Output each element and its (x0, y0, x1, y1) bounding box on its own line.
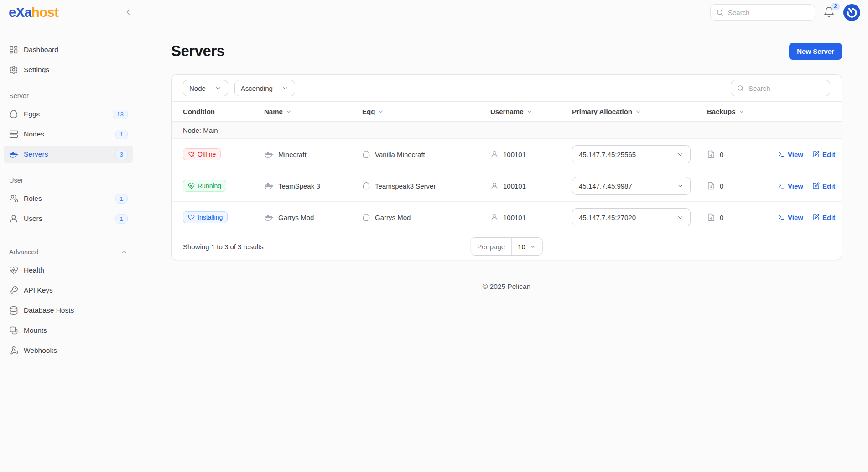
top-bar-right: 2 (710, 4, 860, 21)
egg-icon (9, 110, 18, 119)
docker-whale-icon (264, 150, 274, 159)
table-row: Running TeamSpeak 3 Teamspeak3 Server 10… (172, 170, 842, 202)
sidebar-item-webhooks[interactable]: Webhooks (4, 342, 133, 359)
column-header-backups[interactable]: Backups (707, 108, 778, 115)
main-content: Servers New Server Node Ascending (137, 25, 868, 472)
sidebar-item-health[interactable]: Health (4, 262, 133, 279)
sidebar-item-api-keys[interactable]: API Keys (4, 282, 133, 299)
sidebar-item-nodes[interactable]: Nodes 1 (4, 126, 133, 143)
sidebar-item-servers[interactable]: Servers 3 (4, 146, 133, 163)
sidebar-item-database-hosts[interactable]: Database Hosts (4, 302, 133, 319)
allocation-select[interactable]: 45.147.7.45:25565 (572, 145, 691, 163)
sidebar-item-mounts[interactable]: Mounts (4, 322, 133, 339)
key-icon (9, 286, 18, 295)
database-icon (9, 306, 18, 315)
sidebar-section-advanced[interactable]: Advanced (4, 237, 133, 262)
egg-cell: Teamspeak3 Server (362, 182, 490, 190)
allocation-select[interactable]: 45.147.7.45:27020 (572, 208, 691, 226)
user-icon (490, 182, 499, 190)
chevron-down-icon (677, 151, 684, 158)
column-header-name[interactable]: Name (264, 108, 362, 115)
per-page-label: Per page (471, 238, 512, 255)
new-server-button[interactable]: New Server (789, 43, 842, 60)
table-header-row: Condition Name Egg Username Primary Allo… (172, 101, 842, 122)
edit-button[interactable]: Edit (812, 182, 835, 190)
condition-badge-installing: Installing (183, 211, 228, 223)
sort-chevron-icon (738, 109, 745, 115)
chevron-up-icon[interactable] (120, 248, 128, 256)
chevron-left-icon (124, 8, 133, 17)
backups-cell: 0 (707, 182, 778, 190)
edit-button[interactable]: Edit (812, 214, 835, 221)
global-search-input[interactable] (728, 9, 809, 16)
per-page-select[interactable]: 10 (512, 238, 542, 255)
brand-logo[interactable]: eXahost (9, 5, 58, 20)
sidebar-item-dashboard[interactable]: Dashboard (4, 41, 133, 58)
heart-icon (188, 214, 195, 221)
egg-icon (362, 150, 370, 158)
server-name-cell: TeamSpeak 3 (264, 181, 362, 191)
top-bar: eXahost 2 (0, 0, 868, 25)
sidebar-item-label: Mounts (24, 326, 47, 335)
app-root: eXahost 2 Dashboard (0, 0, 868, 472)
filter-bar: Node Ascending (172, 75, 842, 101)
terminal-icon (778, 151, 785, 158)
user-avatar[interactable] (843, 4, 860, 21)
view-button[interactable]: View (778, 182, 803, 190)
column-header-condition: Condition (183, 108, 264, 115)
backups-cell: 0 (707, 150, 778, 158)
chevron-down-icon (677, 183, 684, 189)
per-page-control: Per page 10 (470, 237, 543, 256)
sort-chevron-icon (526, 109, 533, 115)
egg-cell: Vanilla Minecraft (362, 150, 490, 158)
sort-chevron-icon (635, 109, 641, 115)
egg-cell: Garrys Mod (362, 213, 490, 221)
sidebar-item-label: Roles (24, 194, 42, 203)
notifications-button[interactable]: 2 (823, 6, 835, 18)
sidebar-item-users[interactable]: Users 1 (4, 210, 133, 227)
sidebar-item-label: Nodes (24, 130, 44, 138)
server-name-cell: Minecraft (264, 150, 362, 159)
sort-order-value: Ascending (241, 84, 273, 92)
webhook-icon (9, 346, 18, 355)
view-button[interactable]: View (778, 151, 803, 158)
column-header-egg[interactable]: Egg (362, 108, 490, 115)
column-header-username[interactable]: Username (490, 108, 572, 115)
chevron-down-icon (530, 243, 536, 250)
sidebar-section-user: User (4, 166, 133, 190)
table-search-input[interactable] (748, 84, 824, 92)
users-round-icon (9, 214, 18, 223)
results-summary: Showing 1 to 3 of 3 results (183, 243, 264, 251)
sidebar-item-eggs[interactable]: Eggs 13 (4, 105, 133, 123)
sidebar-item-roles[interactable]: Roles 1 (4, 190, 133, 207)
edit-button[interactable]: Edit (812, 151, 835, 158)
sidebar: Dashboard Settings Server Eggs 13 Nodes … (0, 25, 137, 472)
table-row: Installing Garrys Mod Garrys Mod 100101 … (172, 202, 842, 233)
chevron-down-icon (677, 214, 684, 221)
sidebar-item-label: Settings (24, 66, 49, 74)
condition-badge-offline: Offline (183, 148, 221, 160)
sidebar-item-settings[interactable]: Settings (4, 61, 133, 79)
terminal-icon (778, 182, 785, 189)
sidebar-item-label: API Keys (24, 286, 53, 294)
search-icon (737, 84, 744, 92)
sidebar-collapse-button[interactable] (122, 6, 134, 18)
sidebar-item-label: Database Hosts (24, 306, 74, 315)
heart-pulse-icon (9, 266, 18, 275)
user-icon (490, 213, 499, 221)
sort-order-select[interactable]: Ascending (234, 80, 295, 96)
layout-grid-icon (9, 45, 18, 54)
column-header-primary-allocation[interactable]: Primary Allocation (572, 108, 707, 115)
backups-cell: 0 (707, 213, 778, 221)
table-search[interactable] (731, 80, 830, 96)
chevron-down-icon (215, 85, 222, 92)
servers-table-card: Node Ascending Condition Name (171, 74, 842, 260)
view-button[interactable]: View (778, 214, 803, 221)
edit-pencil-icon (812, 214, 820, 221)
global-search[interactable] (710, 4, 815, 21)
egg-icon (362, 213, 370, 221)
sort-chevron-icon (378, 109, 384, 115)
group-by-select[interactable]: Node (183, 80, 228, 96)
server-name-cell: Garrys Mod (264, 213, 362, 222)
allocation-select[interactable]: 45.147.7.45:9987 (572, 177, 691, 195)
